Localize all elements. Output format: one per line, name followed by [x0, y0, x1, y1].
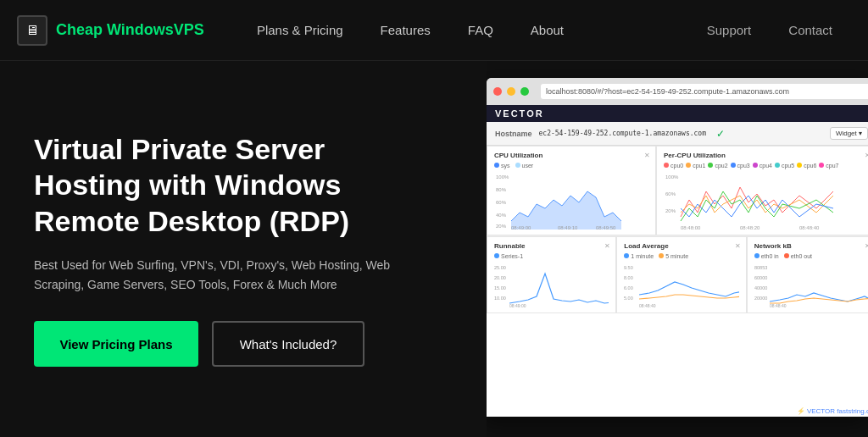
nav-item-contact[interactable]: Contact — [770, 0, 851, 61]
dashboard-watermark: ⚡ VECTOR faststring.cc — [797, 407, 868, 415]
svg-text:25.00: 25.00 — [494, 265, 506, 270]
runnable-legend: Series-1 — [494, 253, 609, 259]
svg-text:60000: 60000 — [754, 275, 767, 280]
logo-text: Cheap WindowsVPS — [56, 21, 204, 39]
browser-dot-green — [520, 87, 529, 96]
per-cpu-chart-area: 100% 60% 20% 08:48:00 08:48:20 08:4 — [664, 170, 868, 230]
legend-cpu3: cpu3 — [731, 163, 750, 169]
runnable-chart-svg: 25.00 20.00 15.00 10.00 08:49:00 — [494, 261, 609, 307]
svg-text:08:49:50: 08:49:50 — [596, 225, 616, 230]
load-avg-chart-area: 9.50 8.00 6.00 5.00 08:48:40 — [624, 261, 738, 307]
svg-text:40000: 40000 — [754, 285, 767, 290]
network-chart-area: 80853 60000 40000 20000 08:48:40 — [754, 261, 868, 307]
nav-item-support[interactable]: Support — [688, 0, 771, 61]
nav-item-features[interactable]: Features — [362, 0, 449, 61]
load-avg-chart-svg: 9.50 8.00 6.00 5.00 08:48:40 — [624, 261, 738, 307]
svg-text:9.50: 9.50 — [624, 265, 633, 270]
svg-text:60%: 60% — [496, 200, 507, 205]
dashboard-mock: localhost:8080/#/?host=ec2-54-159-49-252… — [487, 78, 868, 417]
hero-buttons: View Pricing Plans What's Included? — [34, 321, 415, 367]
svg-text:80853: 80853 — [754, 265, 767, 270]
runnable-chart-title: Runnable — [494, 242, 609, 250]
network-close-icon[interactable]: ✕ — [865, 242, 868, 250]
runnable-line — [509, 274, 609, 303]
load-avg-close-icon[interactable]: ✕ — [735, 242, 741, 250]
legend-series1: Series-1 — [494, 253, 523, 259]
dashboard-header: VECTOR — [487, 105, 868, 122]
cpu-chart-area: 100% 80% 60% 40% 20% 08:49:00 08:49: — [494, 170, 648, 230]
logo[interactable]: 🖥 Cheap WindowsVPS — [17, 15, 204, 46]
cpu-legend: sys user — [494, 163, 648, 169]
svg-text:20000: 20000 — [754, 296, 767, 301]
load-avg-line-5min — [639, 295, 738, 299]
svg-text:5.00: 5.00 — [624, 296, 633, 301]
legend-cpu6: cpu6 — [797, 163, 816, 169]
per-cpu-chart-title: Per-CPU Utilization — [664, 152, 868, 159]
svg-text:20%: 20% — [665, 208, 676, 213]
hostname-label: Hostname — [495, 130, 532, 138]
svg-text:60%: 60% — [665, 191, 676, 196]
hero-title: Virtual Private Server Hosting with Wind… — [34, 131, 415, 240]
per-cpu-chart-block: Per-CPU Utilization ✕ cpu0 cpu1 cpu2 cpu… — [656, 146, 868, 235]
per-cpu-line-0 — [681, 187, 833, 217]
logo-text-plain: Cheap Windows — [56, 21, 174, 38]
cpu-chart-svg: 100% 80% 60% 40% 20% 08:49:00 08:49: — [494, 170, 648, 230]
legend-eth0-in: eth0 in — [754, 253, 779, 259]
svg-text:20.00: 20.00 — [494, 275, 506, 280]
network-chart-title: Network kB — [754, 242, 868, 250]
svg-text:6.00: 6.00 — [624, 285, 633, 290]
load-avg-line-1min — [639, 282, 738, 296]
logo-icon: 🖥 — [17, 15, 47, 46]
legend-5min: 5 minute — [659, 253, 688, 259]
nav-item-faq[interactable]: FAQ — [449, 0, 512, 61]
browser-dot-red — [493, 87, 502, 96]
nav-right: Support Contact — [688, 0, 851, 61]
cpu-chart-title: CPU Utilization — [494, 152, 648, 159]
checkmark-icon: ✓ — [716, 128, 725, 140]
dashboard-body: VECTOR Hostname ec2-54-159-49-252.comput… — [487, 105, 868, 417]
widget-button[interactable]: Widget ▾ — [830, 127, 868, 140]
svg-text:80%: 80% — [496, 187, 507, 192]
runnable-chart-block: Runnable ✕ Series-1 25.00 20.00 15.00 10… — [487, 236, 616, 313]
legend-cpu4: cpu4 — [753, 163, 772, 169]
network-chart-block: Network kB ✕ eth0 in eth0 out 80853 6000… — [747, 236, 868, 313]
svg-text:100%: 100% — [496, 174, 509, 180]
runnable-chart-area: 25.00 20.00 15.00 10.00 08:49:00 — [494, 261, 609, 307]
svg-text:08:48:20: 08:48:20 — [740, 225, 760, 230]
cpu-chart-block: CPU Utilization ✕ sys user 100% 80% 60% — [487, 146, 656, 235]
svg-text:100%: 100% — [665, 174, 679, 180]
per-cpu-chart-svg: 100% 60% 20% 08:48:00 08:48:20 08:4 — [664, 170, 868, 230]
svg-text:08:48:00: 08:48:00 — [681, 225, 701, 230]
dashboard-screenshot: localhost:8080/#/?host=ec2-54-159-49-252… — [487, 61, 868, 437]
whats-included-button[interactable]: What's Included? — [212, 321, 364, 367]
logo-text-accent: VPS — [174, 21, 204, 38]
legend-cpu5: cpu5 — [775, 163, 794, 169]
hero-content: Virtual Private Server Hosting with Wind… — [0, 97, 449, 401]
charts-top: CPU Utilization ✕ sys user 100% 80% 60% — [487, 146, 868, 235]
nav-item-plans[interactable]: Plans & Pricing — [238, 0, 362, 61]
svg-text:40%: 40% — [496, 213, 507, 218]
nav-item-about[interactable]: About — [512, 0, 582, 61]
network-chart-svg: 80853 60000 40000 20000 08:48:40 — [754, 261, 868, 307]
legend-user: user — [515, 163, 534, 169]
runnable-close-icon[interactable]: ✕ — [604, 242, 610, 250]
browser-bar: localhost:8080/#/?host=ec2-54-159-49-252… — [487, 78, 868, 105]
svg-text:10.00: 10.00 — [494, 296, 506, 301]
legend-eth0-out: eth0 out — [784, 253, 812, 259]
per-cpu-legend: cpu0 cpu1 cpu2 cpu3 cpu4 cpu5 cpu6 cpu7 — [664, 163, 868, 169]
svg-text:20%: 20% — [496, 224, 507, 229]
cpu-close-icon[interactable]: ✕ — [644, 152, 650, 159]
legend-1min: 1 minute — [624, 253, 654, 259]
hero-subtitle: Best Used for Web Surfing, VPN's, VDI, P… — [34, 256, 415, 294]
hostname-value: ec2-54-159-49-252.compute-1.amazonaws.co… — [539, 130, 706, 137]
svg-text:15.00: 15.00 — [494, 285, 506, 290]
url-bar: localhost:8080/#/?host=ec2-54-159-49-252… — [541, 84, 868, 99]
svg-text:08:48:40: 08:48:40 — [799, 225, 820, 230]
per-cpu-close-icon[interactable]: ✕ — [865, 152, 868, 159]
per-cpu-line-2 — [681, 191, 833, 221]
legend-cpu2: cpu2 — [708, 163, 727, 169]
svg-text:8.00: 8.00 — [624, 275, 633, 280]
navbar: 🖥 Cheap WindowsVPS Plans & Pricing Featu… — [0, 0, 868, 61]
view-pricing-button[interactable]: View Pricing Plans — [34, 321, 198, 367]
charts-bottom: Runnable ✕ Series-1 25.00 20.00 15.00 10… — [487, 235, 868, 313]
